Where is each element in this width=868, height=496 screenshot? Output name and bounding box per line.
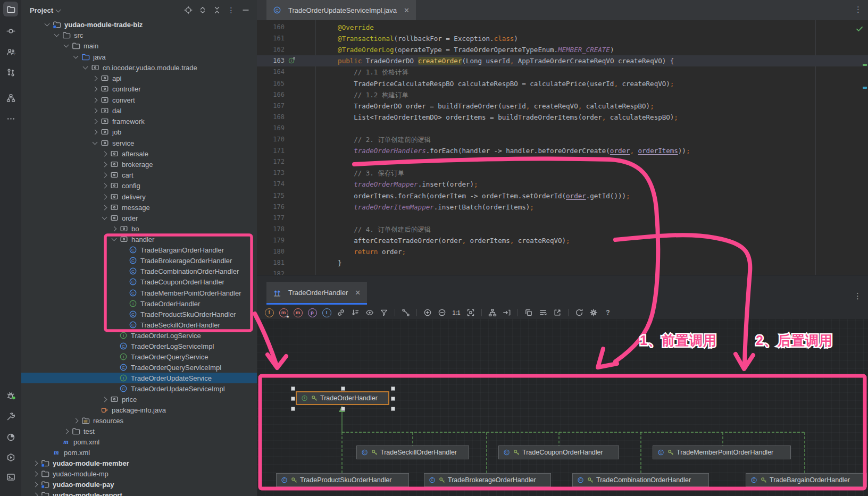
tree-item-cn-iocoder-yudao-module-trade[interactable]: cn.iocoder.yudao.module.trade: [84, 62, 197, 73]
rail-build-icon[interactable]: [3, 409, 18, 424]
implements-gutter-icon[interactable]: I: [288, 56, 295, 64]
code-line-166[interactable]: 166 // 1.2 构建订单: [257, 89, 868, 100]
tree-item-src[interactable]: src: [55, 30, 83, 40]
code-line-180[interactable]: 180 return order;: [257, 246, 868, 257]
tree-item-tradecombinationorderhandler[interactable]: CTradeCombinationOrderHandler: [122, 266, 239, 276]
code-editor[interactable]: 160 @Override161 @Transactional(rollback…: [257, 20, 868, 275]
expand-all-icon[interactable]: [198, 5, 207, 15]
tree-item-tradeorderqueryservice[interactable]: ITradeOrderQueryService: [112, 351, 208, 362]
tree-item-resources[interactable]: resources: [74, 415, 123, 426]
zoom-in-icon[interactable]: [423, 308, 432, 317]
chevron-down-icon[interactable]: [102, 215, 107, 220]
code-line-177[interactable]: 177: [257, 213, 868, 224]
chevron-right-icon[interactable]: [102, 172, 107, 178]
more-vertical-icon[interactable]: ⋮: [854, 291, 862, 301]
tree-item-tradeorderupdateservice[interactable]: ITradeOrderUpdateService: [112, 373, 212, 383]
rail-debug-icon[interactable]: [3, 388, 18, 402]
tree-item-dal[interactable]: dal: [93, 105, 121, 116]
chevron-right-icon[interactable]: [102, 397, 107, 402]
tree-item-delivery[interactable]: delivery: [103, 191, 146, 202]
copy-diagram-icon[interactable]: [524, 308, 533, 317]
chevron-right-icon[interactable]: [33, 471, 38, 476]
selection-handle[interactable]: [391, 397, 395, 401]
show-inner-classes-icon[interactable]: I: [322, 308, 331, 317]
tree-item-tradebrokerageorderhandler[interactable]: CTradeBrokerageOrderHandler: [122, 255, 232, 266]
actual-size-icon[interactable]: 1:1: [452, 308, 461, 317]
error-stripe-mark[interactable]: [863, 87, 867, 89]
show-dependencies-icon[interactable]: [336, 308, 346, 317]
diagram-node-tradememberpointorderhandler[interactable]: CTradeMemberPointOrderHandler: [653, 445, 791, 459]
code-line-160[interactable]: 160 @Override: [257, 22, 868, 33]
code-line-167[interactable]: 167 TradeOrderDO order = buildTradeOrder…: [257, 100, 868, 112]
code-line-162[interactable]: 162 @TradeOrderLog(operateType = TradeOr…: [257, 44, 868, 55]
selection-handle[interactable]: [391, 407, 395, 411]
tree-item-pom-xml[interactable]: mpom.xml: [45, 447, 90, 458]
code-line-164[interactable]: 164 // 1.1 价格计算: [257, 66, 868, 78]
tree-item-package-info-java[interactable]: package-info.java: [93, 405, 166, 415]
tree-item-tradebargainorderhandler[interactable]: CTradeBargainOrderHandler: [122, 245, 224, 255]
code-line-178[interactable]: 178 // 4. 订单创建后的逻辑: [257, 224, 868, 235]
selection-handle[interactable]: [391, 386, 395, 391]
chevron-right-icon[interactable]: [102, 162, 107, 167]
rail-profiler-icon[interactable]: [3, 430, 18, 444]
code-line-171[interactable]: 171 tradeOrderHandlers.forEach(handler -…: [257, 145, 868, 156]
diagram-node-tradebrokerageorderhandler[interactable]: CTradeBrokerageOrderHandler: [424, 473, 551, 487]
rail-pull-requests-icon[interactable]: [3, 65, 18, 80]
close-icon[interactable]: ✕: [355, 289, 361, 297]
tree-item-main[interactable]: main: [64, 40, 98, 51]
route-edges-icon[interactable]: [502, 308, 512, 317]
code-line-172[interactable]: 172: [257, 156, 868, 167]
tree-item-config[interactable]: config: [103, 180, 140, 191]
chevron-right-icon[interactable]: [112, 226, 117, 231]
diagram-node-tradeseckillorderhandler[interactable]: CTradeSeckillOrderHandler: [356, 445, 469, 459]
editor-tab-active[interactable]: C TradeOrderUpdateServiceImpl.java ✕: [266, 0, 416, 20]
panel-options-icon[interactable]: ⋮: [227, 5, 236, 15]
diagram-node-tradecombinationorderhandler[interactable]: CTradeCombinationOrderHandler: [572, 473, 709, 487]
chevron-down-icon[interactable]: [112, 236, 117, 241]
diagram-node-tradeproductskuorderhandler[interactable]: CTradeProductSkuOrderHandler: [276, 473, 409, 487]
project-tree[interactable]: yudao-module-trade-bizsrcmainjavacn.ioco…: [21, 20, 257, 496]
tree-item-controller[interactable]: controller: [93, 83, 140, 94]
selection-handle[interactable]: [341, 386, 345, 391]
tree-item-test[interactable]: test: [64, 426, 95, 436]
code-line-165[interactable]: 165 TradePriceCalculateRespBO calculateR…: [257, 78, 868, 89]
close-icon[interactable]: ✕: [404, 6, 410, 14]
rail-terminal-icon[interactable]: [3, 469, 18, 484]
tree-item-tradeseckillorderhandler[interactable]: CTradeSeckillOrderHandler: [122, 320, 220, 330]
settings-icon[interactable]: [589, 308, 598, 317]
edge-creation-mode-icon[interactable]: [401, 308, 411, 317]
code-line-170[interactable]: 170 // 2. 订单创建前的逻辑: [257, 134, 868, 145]
tree-item-java[interactable]: java: [74, 52, 106, 62]
chevron-down-icon[interactable]: [73, 54, 79, 59]
tree-item-tradeorderlogservice[interactable]: ITradeOrderLogService: [112, 330, 201, 341]
code-line-175[interactable]: 175 orderItems.forEach(orderItem -> orde…: [257, 190, 868, 201]
tree-item-tradeorderlogserviceimpl[interactable]: CTradeOrderLogServiceImpl: [112, 341, 214, 351]
code-line-163[interactable]: 163I public TradeOrderDO createOrder(Lon…: [257, 55, 868, 66]
tree-item-job[interactable]: job: [93, 127, 121, 137]
code-line-179[interactable]: 179 afterCreateTradeOrder(order, orderIt…: [257, 235, 868, 246]
rail-commit-icon[interactable]: [3, 23, 18, 38]
hide-panel-icon[interactable]: [241, 5, 251, 15]
locate-file-icon[interactable]: [183, 5, 193, 15]
show-methods-icon[interactable]: m: [293, 308, 303, 317]
diagram-node-tradebargainorderhandler[interactable]: CTradeBargainOrderHandler: [746, 473, 867, 487]
code-line-174[interactable]: 174 tradeOrderMapper.insert(order);: [257, 179, 868, 190]
apply-layout-icon[interactable]: [488, 308, 497, 317]
tree-item-tradecouponorderhandler[interactable]: CTradeCouponOrderHandler: [122, 276, 224, 287]
code-line-161[interactable]: 161 @Transactional(rollbackFor = Excepti…: [257, 33, 868, 44]
tree-item-order[interactable]: order: [103, 213, 138, 223]
chevron-right-icon[interactable]: [33, 492, 38, 496]
tree-item-framework[interactable]: framework: [93, 116, 145, 127]
chevron-right-icon[interactable]: [93, 119, 98, 124]
diagram-elements-icon[interactable]: [538, 308, 548, 317]
tree-item-tradeorderqueryserviceimpl[interactable]: CTradeOrderQueryServiceImpl: [112, 362, 221, 373]
chevron-right-icon[interactable]: [102, 194, 107, 199]
filter-icon[interactable]: [379, 308, 389, 317]
show-properties-icon[interactable]: p: [307, 308, 317, 317]
code-line-168[interactable]: 168 List<TradeOrderItemDO> orderItems = …: [257, 112, 868, 123]
sort-alphabetically-icon[interactable]: [350, 308, 360, 317]
code-line-169[interactable]: 169: [257, 123, 868, 134]
refresh-icon[interactable]: [574, 308, 584, 317]
more-vertical-icon[interactable]: ⋮: [854, 5, 863, 14]
tree-item-tradememberpointorderhandler[interactable]: CTradeMemberPointOrderHandler: [122, 288, 241, 298]
